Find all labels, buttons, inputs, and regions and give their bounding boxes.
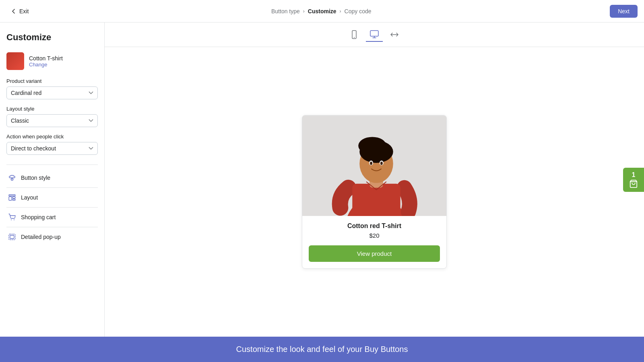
preview-canvas: Cotton red T-shirt $20 View product [105,47,644,337]
product-name: Cotton T-shirt [29,55,63,62]
svg-point-22 [380,162,383,165]
svg-rect-14 [352,184,400,216]
product-preview-card: Cotton red T-shirt $20 View product [302,115,447,269]
svg-rect-3 [12,199,15,200]
popup-icon [8,233,16,241]
mobile-icon [350,30,359,39]
mobile-view-button[interactable] [346,28,363,41]
product-card: Cotton T-shirt Change [6,52,98,70]
svg-point-9 [354,37,355,38]
sidebar-item-shopping-cart[interactable]: Shopping cart [6,208,98,227]
shopping-cart-icon [8,213,16,221]
preview-product-price: $20 [309,232,440,239]
sidebar-divider [6,165,98,165]
preview-toolbar [105,23,644,47]
breadcrumb-customize: Customize [308,8,336,14]
desktop-view-button[interactable] [366,27,383,42]
svg-rect-7 [10,235,14,239]
bottom-banner: Customize the look and feel of your Buy … [0,337,644,362]
chevron-icon-1: › [303,8,305,14]
product-info: Cotton T-shirt Change [29,55,63,68]
product-thumbnail [6,52,24,70]
sidebar: Customize Cotton T-shirt Change Product … [0,23,105,337]
cart-icon [629,179,638,188]
exit-icon [10,8,17,14]
svg-point-18 [358,137,386,154]
layout-icon [8,193,16,202]
svg-point-21 [370,162,372,165]
product-variant-label: Product variant [6,78,98,84]
sidebar-item-button-style[interactable]: Button style [6,168,98,188]
fullwidth-view-button[interactable] [386,28,403,41]
sidebar-item-popup[interactable]: Detailed pop-up [6,227,98,247]
cart-count: 1 [632,171,636,179]
svg-rect-10 [370,31,378,36]
product-preview-body: Cotton red T-shirt $20 View product [302,216,446,268]
svg-rect-2 [12,197,15,198]
layout-style-select[interactable]: Classic Card Minimal [6,114,98,127]
svg-point-5 [14,220,14,220]
svg-rect-1 [9,197,12,200]
breadcrumb-button-type: Button type [271,8,300,14]
button-style-icon [8,174,16,182]
floating-cart-button[interactable]: 1 [623,168,644,192]
svg-rect-0 [9,195,15,196]
desktop-icon [370,30,379,39]
bottom-banner-text: Customize the look and feel of your Buy … [236,345,408,354]
product-image-svg [302,115,446,216]
chevron-icon-2: › [340,8,341,14]
product-variant-select[interactable]: Cardinal red Navy blue Forest green Blac… [6,86,98,99]
next-button[interactable]: Next [610,5,638,18]
preview-product-name: Cotton red T-shirt [309,222,440,230]
exit-button[interactable]: Exit [6,6,33,17]
main-content: Customize Cotton T-shirt Change Product … [0,23,644,337]
svg-point-4 [11,220,12,220]
button-style-label: Button style [21,175,50,181]
exit-label: Exit [19,8,29,14]
action-click-select[interactable]: Direct to checkout Add to cart View prod… [6,142,98,155]
sidebar-item-layout[interactable]: Layout [6,188,98,208]
layout-style-group: Layout style Classic Card Minimal [6,106,98,127]
breadcrumb: Button type › Customize › Copy code [271,8,372,14]
sidebar-title: Customize [6,32,98,43]
view-product-button[interactable]: View product [309,245,440,262]
popup-label: Detailed pop-up [21,234,61,240]
fullwidth-icon [390,30,399,39]
shopping-cart-label: Shopping cart [21,214,56,220]
product-preview-image [302,115,446,216]
action-click-label: Action when people click [6,134,98,140]
action-click-group: Action when people click Direct to check… [6,134,98,155]
product-variant-group: Product variant Cardinal red Navy blue F… [6,78,98,99]
preview-area: Cotton red T-shirt $20 View product 1 [105,23,644,337]
layout-label: Layout [21,194,38,201]
product-change-link[interactable]: Change [29,62,63,68]
layout-style-label: Layout style [6,106,98,112]
breadcrumb-copy-code: Copy code [345,8,372,14]
top-navigation: Exit Button type › Customize › Copy code… [0,0,644,23]
